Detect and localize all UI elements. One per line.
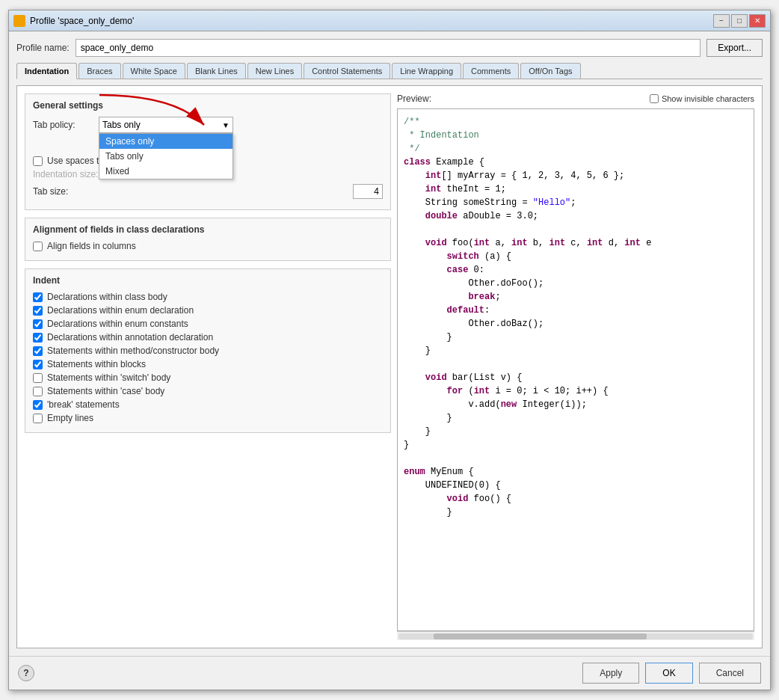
indent-label-8: 'break' statements <box>47 399 120 410</box>
cancel-button[interactable]: Cancel <box>699 663 761 684</box>
main-window: Profile 'space_only_demo' − □ ✕ Profile … <box>8 10 771 690</box>
indent-label-3: Declarations within annotation declarati… <box>47 332 213 343</box>
indent-item-2: Declarations within enum constants <box>33 319 383 329</box>
tab-blank-lines[interactable]: Blank Lines <box>187 63 246 79</box>
tab-offon-tags[interactable]: Off/On Tags <box>520 63 580 79</box>
indent-checkbox-6[interactable] <box>33 373 43 383</box>
show-invisible-label: Show invisible characters <box>662 94 754 103</box>
apply-button[interactable]: Apply <box>582 663 639 684</box>
tab-policy-row: Tab policy: Tabs only ▼ Spaces only Tabs… <box>33 117 383 133</box>
tab-policy-label: Tab policy: <box>33 120 93 130</box>
indent-checkbox-5[interactable] <box>33 360 43 369</box>
indent-checkbox-1[interactable] <box>33 306 43 316</box>
indent-item-8: 'break' statements <box>33 399 383 410</box>
dropdown-option-mixed[interactable]: Mixed <box>99 164 233 179</box>
code-line: switch (a) { <box>404 250 748 263</box>
align-fields-checkbox[interactable] <box>33 242 43 251</box>
indent-label-6: Statements within 'switch' body <box>47 372 170 383</box>
tab-indentation[interactable]: Indentation <box>16 63 77 79</box>
code-line: void foo() { <box>404 492 748 506</box>
code-line <box>404 452 748 465</box>
align-fields-row: Align fields in columns <box>33 241 383 251</box>
maximize-btn[interactable]: □ <box>731 14 748 28</box>
code-line: } <box>404 344 748 357</box>
tab-control-statements[interactable]: Control Statements <box>304 63 390 79</box>
code-line: int[] myArray = { 1, 2, 3, 4, 5, 6 }; <box>404 169 748 182</box>
indent-item-1: Declarations within enum declaration <box>33 305 383 316</box>
code-line: String someString = "Hello"; <box>404 196 748 209</box>
indent-label-1: Declarations within enum declaration <box>47 305 194 316</box>
tab-size-row: Tab size: <box>33 184 383 199</box>
close-btn[interactable]: ✕ <box>749 14 766 28</box>
indent-label-5: Statements within blocks <box>47 359 146 369</box>
profile-name-input[interactable] <box>76 39 701 57</box>
profile-name-label: Profile name: <box>16 43 70 53</box>
indent-label-2: Declarations within enum constants <box>47 319 188 329</box>
indent-item-5: Statements within blocks <box>33 359 383 369</box>
indent-checkbox-8[interactable] <box>33 400 43 410</box>
dropdown-option-tabs-only[interactable]: Tabs only <box>99 149 233 164</box>
use-spaces-checkbox[interactable] <box>33 156 43 166</box>
tab-policy-dropdown[interactable]: Tabs only ▼ <box>99 117 233 133</box>
indent-item-7: Statements within 'case' body <box>33 386 383 396</box>
export-button[interactable]: Export... <box>706 39 763 57</box>
scrollbar-thumb[interactable] <box>434 633 646 639</box>
tab-braces[interactable]: Braces <box>78 63 120 79</box>
alignment-title: Alignment of fields in class declaration… <box>33 224 383 235</box>
minimize-btn[interactable]: − <box>713 14 730 28</box>
preview-label: Preview: <box>397 93 431 104</box>
code-line: UNDEFINED(0) { <box>404 479 748 492</box>
indent-checkbox-7[interactable] <box>33 387 43 396</box>
indent-checkbox-4[interactable] <box>33 346 43 356</box>
tab-new-lines[interactable]: New Lines <box>247 63 302 79</box>
tab-size-input[interactable] <box>353 184 383 199</box>
align-fields-label: Align fields in columns <box>47 241 136 251</box>
tab-line-wrapping[interactable]: Line Wrapping <box>392 63 461 79</box>
indent-label-4: Statements within method/constructor bod… <box>47 346 219 356</box>
tab-whitespace[interactable]: White Space <box>123 63 185 79</box>
ok-button[interactable]: OK <box>645 663 692 684</box>
code-line: /** <box>404 115 748 129</box>
code-line: void bar(List v) { <box>404 371 748 384</box>
title-bar: Profile 'space_only_demo' − □ ✕ <box>9 10 770 31</box>
code-line: } <box>404 331 748 344</box>
code-line: */ <box>404 142 748 156</box>
indent-label-9: Empty lines <box>47 413 93 423</box>
code-line: } <box>404 506 748 519</box>
indent-checkbox-9[interactable] <box>33 414 43 423</box>
indent-title: Indent <box>33 275 383 286</box>
code-line <box>404 223 748 236</box>
horizontal-scrollbar[interactable] <box>397 631 754 640</box>
tabs-bar: Indentation Braces White Space Blank Lin… <box>16 63 763 79</box>
general-settings-section: General settings Tab policy: Tabs only ▼… <box>25 93 391 210</box>
help-button[interactable]: ? <box>18 665 34 681</box>
tab-comments[interactable]: Comments <box>463 63 519 79</box>
indent-label-0: Declarations within class body <box>47 292 167 302</box>
indent-checkbox-3[interactable] <box>33 333 43 343</box>
tab-policy-popup: Spaces only Tabs only Mixed <box>99 133 233 179</box>
show-invisible-checkbox[interactable] <box>650 94 659 103</box>
profile-row: Profile name: Export... <box>16 39 763 57</box>
title-controls: − □ ✕ <box>713 14 766 28</box>
window-icon <box>13 15 25 27</box>
code-line <box>404 357 748 371</box>
code-line: for (int i = 0; i < 10; i++) { <box>404 384 748 398</box>
right-panel: Preview: Show invisible characters /** *… <box>397 93 754 640</box>
tab-policy-dropdown-wrapper: Tabs only ▼ Spaces only Tabs only Mixed <box>99 117 233 133</box>
code-line: void foo(int a, int b, int c, int d, int… <box>404 236 748 250</box>
dropdown-arrow-icon: ▼ <box>222 121 230 129</box>
dropdown-option-spaces-only[interactable]: Spaces only <box>99 134 233 149</box>
bottom-buttons: Apply OK Cancel <box>582 663 761 684</box>
preview-header: Preview: Show invisible characters <box>397 93 754 104</box>
indent-section: Indent Declarations within class body De… <box>25 268 391 433</box>
indent-checkbox-2[interactable] <box>33 319 43 329</box>
annotation-text: 设置如下，保存即可 <box>84 85 219 86</box>
code-line: } <box>404 425 748 438</box>
indent-item-9: Empty lines <box>33 413 383 423</box>
indent-checkbox-0[interactable] <box>33 292 43 302</box>
code-line: class Example { <box>404 156 748 169</box>
content-area: Profile name: Export... Indentation Brac… <box>9 31 770 656</box>
show-invisible-row: Show invisible characters <box>650 94 754 103</box>
general-settings-title: General settings <box>33 100 383 111</box>
tab-size-label: Tab size: <box>33 186 93 197</box>
